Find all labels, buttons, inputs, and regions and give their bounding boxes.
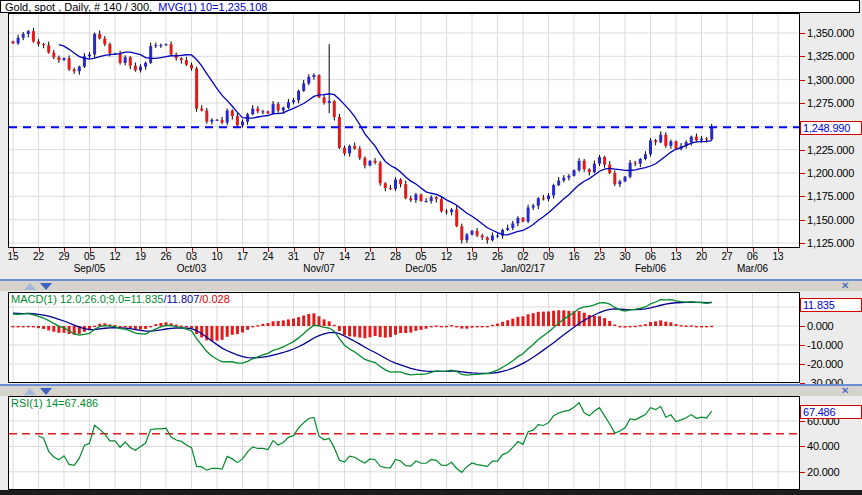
macd-tick-label: 0.000 [807,320,834,332]
y-tick-mark [800,103,805,104]
macd-values-label: MACD(1) 12.0;26.0;9.0=11.835 [11,293,163,305]
chart-title-bar: Gold, spot , Daily, # 140 / 300, MVG(1) … [0,0,860,13]
mvg-indicator-label: MVG(1) 10=1,235.108 [155,1,267,13]
day-tick-label: 24 [256,251,280,262]
macd-hist-label: /0.028 [199,293,230,305]
instrument-title: Gold, spot , Daily, # 140 / 300, [5,1,152,13]
day-tick-label: 07 [307,251,331,262]
current-price-box: 1,248.990 [800,121,862,135]
price-tick-label: 1,150.000 [807,214,854,226]
day-tick-label: 06 [741,251,765,262]
y-tick-mark [800,196,805,197]
day-tick-label: 31 [282,251,306,262]
rsi-tick-label: 40.000 [807,440,839,452]
day-tick-label: 26 [154,251,178,262]
window-bottom-edge [0,490,862,495]
day-tick-label: 16 [562,251,586,262]
macd-value-box: 11.835 [800,298,862,312]
day-tick-label: 30 [613,251,637,262]
day-tick-label: 19 [460,251,484,262]
macd-tick-label: -20.000 [807,358,843,370]
day-tick-label: 29 [52,251,76,262]
expand-down-icon[interactable] [40,283,52,290]
y-tick-mark [800,80,805,81]
day-tick-label: 19 [129,251,153,262]
rsi-tick-label: 20.000 [807,466,839,478]
price-tick-label: 1,200.000 [807,167,854,179]
day-tick-label: 12 [103,251,127,262]
month-label: Feb/06 [616,263,686,274]
y-tick-mark [800,33,805,34]
month-label: Dec/05 [386,263,456,274]
price-tick-label: 1,175.000 [807,190,854,202]
day-tick-label: 28 [384,251,408,262]
month-label: Jan/02/17 [488,263,558,274]
day-tick-label: 20 [690,251,714,262]
rsi-panel-divider[interactable]: ✕ [0,384,862,396]
day-tick-label: 13 [766,251,790,262]
y-tick-mark [800,220,805,221]
day-tick-label: 26 [486,251,510,262]
day-tick-label: 12 [435,251,459,262]
close-rsi-panel-button[interactable]: ✕ [841,385,849,396]
day-tick-label: 21 [358,251,382,262]
price-tick-label: 1,125.000 [807,237,854,249]
day-tick-label: 02 [511,251,535,262]
month-label: Oct/03 [157,263,227,274]
y-tick-mark [800,173,805,174]
day-tick-label: 05 [409,251,433,262]
macd-chart[interactable] [8,292,800,383]
macd-tick-label: -10.000 [807,339,843,351]
y-tick-mark [800,326,805,327]
chart-window: Gold, spot , Daily, # 140 / 300, MVG(1) … [0,0,862,495]
price-tick-label: 1,300.000 [807,74,854,86]
y-tick-mark [800,56,805,57]
collapse-up-icon[interactable] [24,283,36,290]
day-tick-label: 05 [78,251,102,262]
rsi-value-box: 67.486 [800,405,862,419]
price-tick-label: 1,325.000 [807,50,854,62]
current-price-value: 1,248.990 [803,122,850,134]
month-label: Mar/06 [718,263,788,274]
macd-header: MACD(1) 12.0;26.0;9.0=11.835/11.807/0.02… [10,294,231,305]
y-tick-mark [800,150,805,151]
panel-resize-arrows[interactable] [24,283,52,290]
macd-signal-label: /11.807 [163,293,199,305]
macd-last-value: 11.835 [803,299,835,311]
y-tick-mark [800,243,805,244]
rsi-values-label: RSI(1) 14=67.486 [11,397,98,409]
day-tick-label: 14 [333,251,357,262]
month-label: Nov/07 [284,263,354,274]
day-tick-label: 10 [205,251,229,262]
candlestick-chart[interactable] [8,13,800,248]
month-label: Sep/05 [55,263,125,274]
day-tick-label: 17 [231,251,255,262]
day-tick-label: 03 [180,251,204,262]
y-tick-mark [800,421,805,422]
rsi-header: RSI(1) 14=67.486 [10,398,99,409]
rsi-last-value: 67.486 [803,406,835,418]
day-tick-label: 23 [588,251,612,262]
close-macd-panel-button[interactable]: ✕ [841,280,849,291]
collapse-up-icon[interactable] [24,388,36,395]
price-tick-label: 1,275.000 [807,97,854,109]
day-tick-label: 15 [1,251,25,262]
price-tick-label: 1,350.000 [807,27,854,39]
y-tick-mark [800,345,805,346]
day-tick-label: 27 [715,251,739,262]
y-tick-mark [800,446,805,447]
day-tick-label: 22 [27,251,51,262]
macd-panel-divider[interactable]: ✕ [0,279,862,291]
y-tick-mark [800,472,805,473]
day-tick-label: 09 [537,251,561,262]
price-tick-label: 1,225.000 [807,144,854,156]
panel-resize-arrows[interactable] [24,388,52,395]
expand-down-icon[interactable] [40,388,52,395]
y-tick-mark [800,364,805,365]
day-tick-label: 13 [664,251,688,262]
day-tick-label: 06 [639,251,663,262]
rsi-chart[interactable] [8,396,800,490]
